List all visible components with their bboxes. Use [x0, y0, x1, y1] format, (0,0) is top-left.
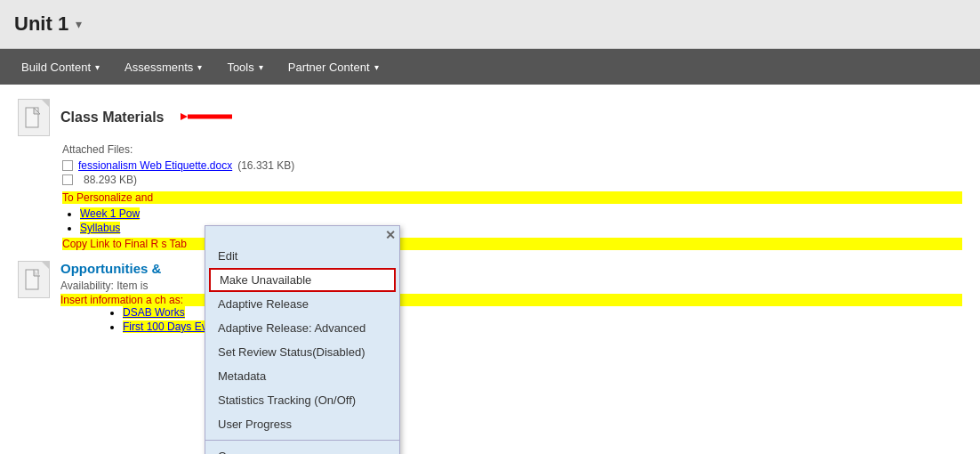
- file-checkbox-2[interactable]: [62, 174, 73, 185]
- toolbar-tools[interactable]: Tools ▾: [214, 53, 275, 81]
- file-link-1[interactable]: fessionalism Web Etiquette.docx: [78, 159, 232, 172]
- bullet-dsab[interactable]: DSAB Works: [123, 306, 185, 319]
- context-menu-close[interactable]: ✕: [385, 228, 396, 242]
- file-size-1: (16.331 KB): [237, 159, 294, 172]
- file-checkbox-1[interactable]: [62, 160, 73, 171]
- tools-caret: ▾: [259, 62, 263, 72]
- build-content-caret: ▾: [95, 62, 100, 72]
- menu-separator-1: [205, 440, 399, 441]
- toolbar-build-content[interactable]: Build Content ▾: [9, 53, 112, 81]
- menu-item-user-progress[interactable]: User Progress: [205, 412, 399, 436]
- partner-content-caret: ▾: [374, 62, 379, 72]
- toolbar-partner-content[interactable]: Partner Content ▾: [276, 53, 391, 81]
- title-dropdown-icon[interactable]: ▾: [76, 17, 82, 31]
- attached-files-label: Attached Files:: [62, 143, 962, 156]
- menu-item-make-unavailable[interactable]: Make Unavailable: [209, 268, 396, 292]
- insert-text: Insert information a ch as:: [60, 294, 962, 306]
- file-item-1: fessionalism Web Etiquette.docx (16.331 …: [62, 159, 962, 172]
- page-title: Unit 1: [14, 12, 68, 36]
- assessments-caret: ▾: [197, 62, 202, 72]
- bullet-syllabus[interactable]: Syllabus: [80, 222, 120, 234]
- file-item-2: 88.293 KB): [62, 174, 962, 186]
- main-content: Class Materials Attached Files: fessiona…: [0, 85, 980, 351]
- context-menu-header: ✕: [205, 226, 399, 244]
- class-materials-header: Class Materials: [18, 99, 962, 136]
- bullet-week1[interactable]: Week 1 Pow: [80, 207, 140, 220]
- menu-item-edit[interactable]: Edit: [205, 244, 399, 268]
- menu-item-metadata[interactable]: Metadata: [205, 364, 399, 388]
- menu-item-statistics[interactable]: Statistics Tracking (On/Off): [205, 388, 399, 412]
- menu-item-adaptive-release[interactable]: Adaptive Release: [205, 292, 399, 316]
- class-materials-icon: [18, 99, 50, 136]
- toolbar-assessments[interactable]: Assessments ▾: [112, 53, 214, 81]
- menu-item-adaptive-release-adv[interactable]: Adaptive Release: Advanced: [205, 316, 399, 340]
- personalize-text: To Personalize and: [62, 191, 962, 204]
- section2: Opportunities & Availability: Item is In…: [18, 261, 962, 336]
- toolbar: Build Content ▾ Assessments ▾ Tools ▾ Pa…: [0, 49, 980, 85]
- opportunities-icon: [18, 261, 50, 298]
- page-header: Unit 1 ▾: [0, 0, 980, 49]
- context-menu: ✕ Edit Make Unavailable Adaptive Release…: [205, 225, 400, 454]
- menu-item-copy[interactable]: Copy: [205, 444, 399, 454]
- copy-link-text: Copy Link to Final R s Tab: [62, 238, 962, 250]
- menu-item-review-status[interactable]: Set Review Status(Disabled): [205, 340, 399, 364]
- availability-text: Availability: Item is: [60, 280, 962, 292]
- file-size-2: 88.293 KB): [84, 174, 137, 186]
- section2-content: Opportunities & Availability: Item is In…: [60, 261, 962, 336]
- red-arrow: [181, 104, 234, 132]
- class-materials-title: Class Materials: [60, 109, 165, 126]
- opportunities-title[interactable]: Opportunities &: [60, 261, 161, 276]
